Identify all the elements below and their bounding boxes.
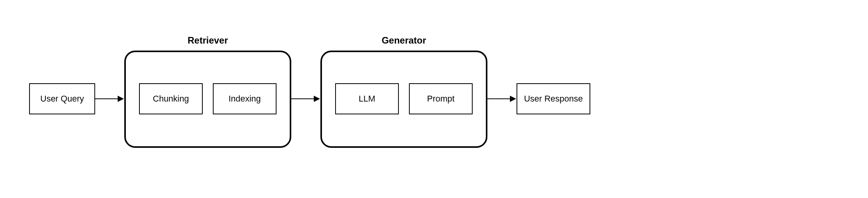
indexing-label: Indexing [228, 94, 261, 104]
prompt-box: Prompt [409, 83, 473, 114]
user-response-box: User Response [517, 83, 590, 114]
arrow-head-generator-userresponse [510, 96, 516, 102]
user-response-label: User Response [524, 94, 583, 104]
chunking-box: Chunking [139, 83, 203, 114]
llm-box: LLM [335, 83, 399, 114]
user-query-box: User Query [29, 83, 95, 114]
chunking-label: Chunking [153, 94, 189, 104]
llm-label: LLM [359, 94, 376, 104]
arrow-generator-userresponse [487, 98, 511, 99]
indexing-box: Indexing [213, 83, 277, 114]
arrow-userquery-retriever [95, 98, 118, 99]
arrow-head-retriever-generator [314, 96, 320, 102]
arrow-retriever-generator [291, 98, 315, 99]
arrow-head-userquery-retriever [118, 96, 124, 102]
pipeline-diagram: User Query Retriever Chunking Indexing G… [0, 0, 868, 198]
retriever-group-label: Retriever [124, 35, 291, 46]
generator-group-label: Generator [320, 35, 487, 46]
user-query-label: User Query [40, 94, 84, 104]
prompt-label: Prompt [427, 94, 455, 104]
